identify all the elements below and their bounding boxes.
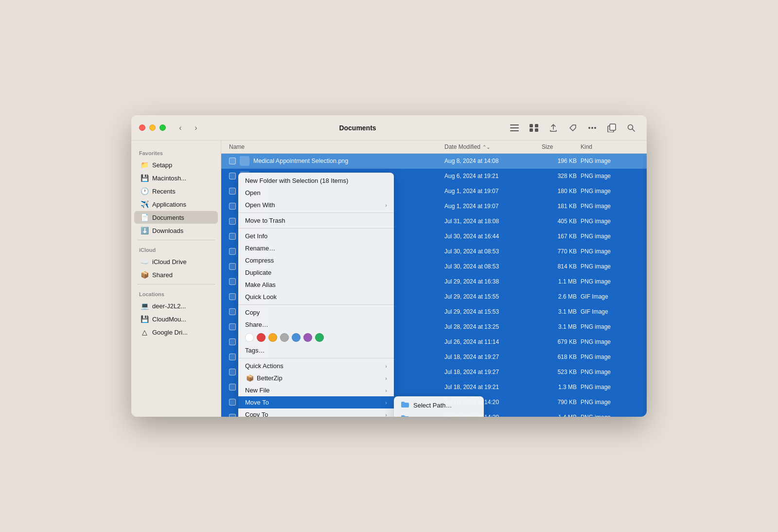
back-button[interactable]: ‹ xyxy=(174,121,187,135)
ctx-duplicate[interactable]: Duplicate xyxy=(238,266,394,279)
download-icon: ⬇️ xyxy=(140,227,149,234)
file-checkbox[interactable] xyxy=(229,414,236,417)
sidebar-item-googledri[interactable]: △ Google Dri... xyxy=(134,326,218,338)
ctx-move-to[interactable]: Move To › Select Path… xyxy=(238,396,394,408)
submenu-item-label: Downloads xyxy=(413,415,444,417)
file-checkbox[interactable] xyxy=(229,369,236,375)
file-kind: PNG image xyxy=(581,399,639,406)
file-date: Jul 30, 2024 at 16:44 xyxy=(444,233,542,240)
file-checkbox[interactable] xyxy=(229,218,236,225)
ctx-share[interactable]: Share… xyxy=(238,319,394,331)
sidebar-item-shared[interactable]: 📦 Shared xyxy=(134,268,218,281)
ctx-rename[interactable]: Rename… xyxy=(238,242,394,254)
file-checkbox[interactable] xyxy=(229,293,236,300)
file-date: Jul 29, 2024 at 15:55 xyxy=(444,293,542,300)
tag-orange[interactable] xyxy=(268,333,277,342)
list-view-button[interactable] xyxy=(507,121,522,135)
file-date: Aug 8, 2024 at 14:08 xyxy=(444,158,542,164)
file-checkbox[interactable] xyxy=(229,263,236,270)
file-checkbox[interactable] xyxy=(229,233,236,240)
betterzip-icon: 📦 xyxy=(245,374,255,382)
scrollbar[interactable] xyxy=(643,156,647,417)
ctx-betterzip[interactable]: 📦 BetterZip › xyxy=(238,372,394,384)
forward-button[interactable]: › xyxy=(189,121,203,135)
fullscreen-button[interactable] xyxy=(159,124,166,131)
chevron-right-icon: › xyxy=(385,412,387,417)
file-size: 3.1 MB xyxy=(542,308,581,315)
ctx-quick-actions[interactable]: Quick Actions › xyxy=(238,360,394,372)
sidebar-item-documents[interactable]: 📄 Documents xyxy=(134,211,218,224)
ctx-separator-4 xyxy=(238,358,394,358)
ctx-copy-to[interactable]: Copy To › xyxy=(238,408,394,417)
file-kind: PNG image xyxy=(581,188,639,195)
svg-rect-3 xyxy=(530,124,533,127)
chevron-right-icon: › xyxy=(385,202,387,208)
file-kind: PNG image xyxy=(581,203,639,210)
more-button[interactable] xyxy=(584,121,600,135)
sidebar-item-icloud-drive[interactable]: ☁️ iCloud Drive xyxy=(134,255,218,268)
file-name: Medical Appointment Selection.png xyxy=(253,158,348,164)
tag-purple[interactable] xyxy=(303,333,312,342)
sidebar-item-applications[interactable]: ✈️ Applications xyxy=(134,198,218,211)
submenu-select-path[interactable]: Select Path… xyxy=(394,398,484,412)
name-column-header[interactable]: Name xyxy=(229,143,444,150)
file-checkbox[interactable] xyxy=(229,203,236,210)
kind-column-header[interactable]: Kind xyxy=(581,143,639,150)
file-checkbox[interactable] xyxy=(229,248,236,255)
ctx-make-alias[interactable]: Make Alias xyxy=(238,279,394,291)
file-checkbox[interactable] xyxy=(229,354,236,360)
sidebar-item-setapp[interactable]: 📁 Setapp xyxy=(134,159,218,171)
tag-gray[interactable] xyxy=(280,333,289,342)
file-checkbox[interactable] xyxy=(229,399,236,406)
sidebar-item-downloads[interactable]: ⬇️ Downloads xyxy=(134,224,218,237)
file-checkbox[interactable] xyxy=(229,338,236,345)
sidebar-item-label: Downloads xyxy=(152,227,183,234)
close-button[interactable] xyxy=(139,124,145,131)
sidebar-item-macintosh[interactable]: 💾 Macintosh... xyxy=(134,172,218,184)
grid-view-button[interactable] xyxy=(526,121,542,135)
ctx-move-to-trash[interactable]: Move to Trash xyxy=(238,214,394,227)
file-checkbox[interactable] xyxy=(229,278,236,285)
date-column-header[interactable]: Date Modified ⌃⌄ xyxy=(444,143,542,150)
sidebar-item-recents[interactable]: 🕐 Recents xyxy=(134,185,218,197)
submenu-downloads[interactable]: Downloads xyxy=(394,412,484,417)
file-size: 405 KB xyxy=(542,218,581,225)
file-checkbox[interactable] xyxy=(229,158,236,164)
share-button[interactable] xyxy=(546,121,561,135)
ctx-compress[interactable]: Compress xyxy=(238,254,394,266)
svg-rect-1 xyxy=(510,127,519,128)
ctx-copy[interactable]: Copy xyxy=(238,306,394,319)
tag-green[interactable] xyxy=(315,333,324,342)
tag-blue[interactable] xyxy=(292,333,301,342)
file-checkbox[interactable] xyxy=(229,188,236,195)
minimize-button[interactable] xyxy=(149,124,156,131)
file-checkbox[interactable] xyxy=(229,173,236,179)
ctx-get-info[interactable]: Get Info xyxy=(238,230,394,242)
table-row[interactable]: Medical Appointment Selection.png Aug 8,… xyxy=(221,154,647,169)
sidebar-item-label: Google Dri... xyxy=(152,329,188,336)
file-size: 618 KB xyxy=(542,354,581,360)
ctx-tags[interactable]: Tags… xyxy=(238,344,394,356)
sidebar-item-deer[interactable]: 💻 deer-J2L2... xyxy=(134,300,218,312)
ctx-open[interactable]: Open xyxy=(238,187,394,199)
size-column-header[interactable]: Size xyxy=(542,143,581,150)
sidebar-item-cloudmou[interactable]: 💾 CloudMou... xyxy=(134,313,218,325)
search-button[interactable] xyxy=(623,121,639,135)
file-checkbox[interactable] xyxy=(229,384,236,390)
file-checkbox[interactable] xyxy=(229,308,236,315)
ctx-new-file[interactable]: New File › xyxy=(238,384,394,396)
sidebar-item-label: Recents xyxy=(152,188,176,195)
tag-red[interactable] xyxy=(257,333,265,342)
tag-button[interactable] xyxy=(565,121,581,135)
file-checkbox[interactable] xyxy=(229,323,236,330)
sidebar-item-label: deer-J2L2... xyxy=(152,302,186,310)
ctx-open-with[interactable]: Open With › xyxy=(238,199,394,211)
tag-white[interactable] xyxy=(245,333,254,342)
disk-icon: 💾 xyxy=(140,174,149,182)
file-kind: PNG image xyxy=(581,323,639,330)
ctx-quick-look[interactable]: Quick Look xyxy=(238,291,394,303)
file-date: Jul 30, 2024 at 08:53 xyxy=(444,263,542,270)
ctx-new-folder-selection[interactable]: New Folder with Selection (18 Items) xyxy=(238,175,394,187)
sidebar-item-label: CloudMou... xyxy=(152,316,186,323)
copy-window-button[interactable] xyxy=(604,121,619,135)
